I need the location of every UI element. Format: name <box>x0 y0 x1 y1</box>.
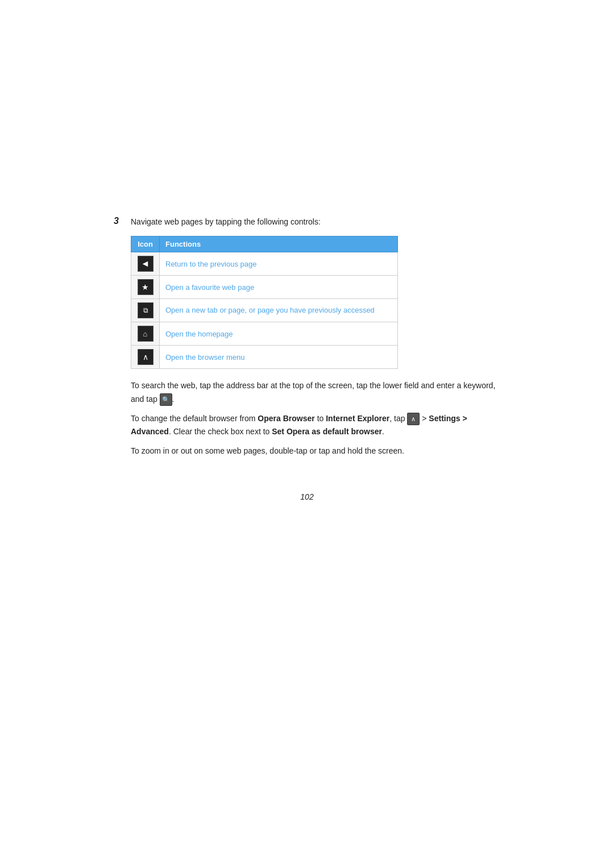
body-paragraph-3: To zoom in or out on some web pages, dou… <box>131 445 500 458</box>
tab-icon: ⧉ <box>138 302 154 318</box>
step-intro: 3 Navigate web pages by tapping the foll… <box>114 216 500 228</box>
function-cell-star: Open a favourite web page <box>160 276 398 299</box>
menu-icon-inline: ∧ <box>407 413 420 425</box>
table-row: ◄ Return to the previous page <box>131 252 398 276</box>
table-row: ⌂ Open the homepage <box>131 322 398 346</box>
browser-table: Icon Functions ◄ Return to the previous … <box>131 236 398 369</box>
icon-cell-star: ★ <box>131 276 160 299</box>
menu-icon: ∧ <box>138 349 154 365</box>
back-icon: ◄ <box>138 256 154 272</box>
icon-cell-home: ⌂ <box>131 322 160 346</box>
ie-label: Internet Explorer <box>326 414 389 423</box>
icon-cell-tab: ⧉ <box>131 299 160 322</box>
table-row: ∧ Open the browser menu <box>131 346 398 369</box>
default-browser-label: Set Opera as default browser <box>272 427 382 436</box>
table-row: ★ Open a favourite web page <box>131 276 398 299</box>
step-number: 3 <box>114 216 124 226</box>
icon-cell-menu: ∧ <box>131 346 160 369</box>
page-content: 3 Navigate web pages by tapping the foll… <box>0 0 614 547</box>
opera-browser-label: Opera Browser <box>258 414 314 423</box>
body-paragraph-2: To change the default browser from Opera… <box>131 412 500 439</box>
table-row: ⧉ Open a new tab or page, or page you ha… <box>131 299 398 322</box>
star-icon: ★ <box>138 279 154 295</box>
function-cell-home: Open the homepage <box>160 322 398 346</box>
icon-cell-back: ◄ <box>131 252 160 276</box>
function-cell-back: Return to the previous page <box>160 252 398 276</box>
function-cell-menu: Open the browser menu <box>160 346 398 369</box>
page-number: 102 <box>114 492 500 501</box>
function-cell-tab: Open a new tab or page, or page you have… <box>160 299 398 322</box>
search-icon-inline: 🔍 <box>160 393 172 406</box>
home-icon: ⌂ <box>138 326 154 342</box>
table-header-function: Functions <box>160 236 398 252</box>
step-intro-text: Navigate web pages by tapping the follow… <box>131 216 321 228</box>
body-paragraph-1: To search the web, tap the address bar a… <box>131 379 500 406</box>
table-header-icon: Icon <box>131 236 160 252</box>
